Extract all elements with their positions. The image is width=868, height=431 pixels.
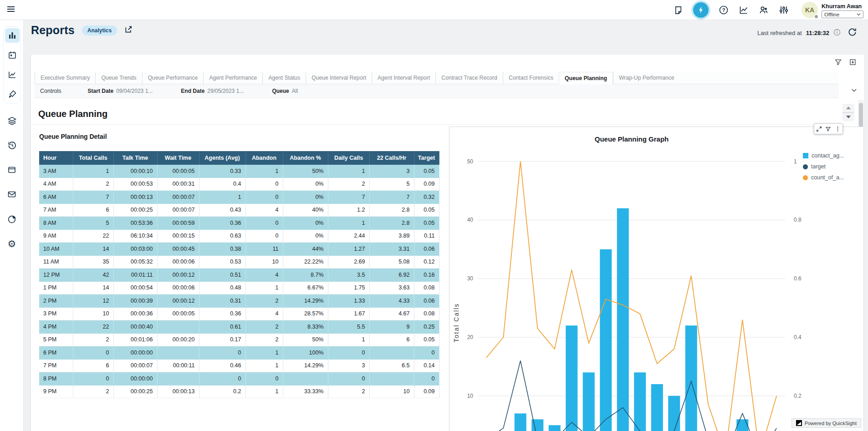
table-row: 4 AM200:00:5300:00:310.400%250.09 [39, 177, 439, 191]
table-row: 7 AM600:00:2500:00:070.43440%1.22.80.05 [39, 203, 439, 217]
tab-executive-summary[interactable]: Executive Summary [35, 72, 95, 84]
column-header[interactable]: 22 Calls/Hr [369, 152, 414, 165]
column-header[interactable]: Wait Time [157, 152, 199, 165]
note-icon[interactable] [673, 5, 683, 15]
filter-icon[interactable] [825, 126, 832, 132]
tab-queue-performance[interactable]: Queue Performance [142, 72, 204, 84]
table-cell: 00:00:36 [113, 307, 157, 320]
tab-queue-trends[interactable]: Queue Trends [95, 72, 142, 84]
metrics-icon[interactable] [739, 5, 749, 15]
control-start-date[interactable]: Start Date 09/04/2023 1... [88, 88, 153, 94]
table-cell: 0.51 [199, 269, 245, 282]
history-icon[interactable] [5, 138, 19, 152]
info-icon[interactable] [833, 29, 841, 37]
column-header[interactable]: Total Calls [73, 152, 113, 165]
legend-item-contact-ag-[interactable]: contact_ag... [803, 152, 844, 159]
refresh-icon[interactable] [848, 27, 857, 38]
column-header[interactable]: Target [414, 152, 439, 165]
chart-panel: Queue Planning Graph 100.2200.4300.6400.… [449, 127, 864, 431]
top-bar: ? KA Khurram Awan Offline [0, 0, 868, 20]
table-cell: 0.53 [199, 255, 245, 269]
scroll-up-button[interactable] [842, 104, 854, 113]
users-icon[interactable] [759, 5, 769, 15]
chevron-down-icon[interactable] [850, 86, 858, 96]
expand-icon[interactable] [816, 126, 822, 132]
tab-agent-performance[interactable]: Agent Performance [203, 72, 262, 84]
layers-icon[interactable] [5, 113, 19, 128]
pie-chart-icon[interactable] [5, 212, 19, 226]
filter-icon[interactable] [833, 57, 842, 66]
mail-icon[interactable] [5, 187, 19, 202]
kebab-menu-icon[interactable] [834, 126, 841, 132]
table-cell: 00:03:00 [113, 243, 157, 256]
legend-item-count-of-a-[interactable]: count_of_a... [803, 174, 844, 181]
table-cell: 00:00:15 [157, 229, 199, 243]
table-cell: 0.17 [199, 333, 245, 346]
table-cell: 0 [245, 372, 283, 385]
gear-icon[interactable]: ⚙ [5, 236, 19, 251]
export-icon[interactable] [848, 57, 857, 66]
scroll-down-button[interactable] [842, 113, 854, 122]
tab-contact-forensics[interactable]: Contact Forensics [503, 72, 559, 84]
column-header[interactable]: Agents (Avg) [199, 152, 245, 165]
table-row: 3 PM1000:00:3600:00:050.36428.57%1.674.6… [39, 307, 439, 320]
control-queue[interactable]: Queue All [272, 88, 298, 94]
tab-agent-status[interactable]: Agent Status [262, 72, 306, 84]
table-cell: 1 [245, 359, 283, 372]
table-cell: 1.67 [328, 307, 369, 320]
table-cell [157, 320, 199, 334]
table-row: 8 AM500:53:3600:00:590.3600%12.80.05 [39, 217, 439, 230]
tab-queue-interval-report[interactable]: Queue Interval Report [306, 72, 372, 84]
design-icon[interactable] [5, 87, 20, 101]
svg-text:?: ? [722, 7, 725, 13]
table-cell: 2 [73, 177, 113, 191]
equalizer-icon[interactable] [779, 5, 789, 15]
table-cell: 0.61 [199, 320, 245, 334]
tab-queue-planning[interactable]: Queue Planning [559, 72, 613, 84]
table-header-row: HourTotal CallsTalk TimeWait TimeAgents … [39, 152, 439, 165]
help-icon[interactable]: ? [719, 5, 729, 15]
column-header[interactable]: Abandon [245, 152, 283, 165]
powered-by-quicksight[interactable]: Powered by QuickSight [791, 418, 861, 428]
column-header[interactable]: Talk Time [113, 152, 157, 165]
tab-contract-trace-record[interactable]: Contract Trace Record [435, 72, 503, 84]
table-cell: 00:00:53 [113, 177, 157, 191]
column-header[interactable]: Abandon % [283, 152, 328, 165]
table-cell: 4 PM [39, 320, 73, 334]
table-cell: 1 [73, 165, 113, 178]
bar-chart-icon[interactable] [5, 28, 20, 43]
bar-10-am [583, 372, 595, 431]
table-cell: 4 [245, 269, 283, 282]
trend-icon[interactable] [5, 67, 20, 82]
table-cell: 4 AM [39, 177, 73, 191]
legend-label: count_of_a... [811, 174, 844, 181]
table-row: 12 PM4200:01:1100:00:120.5148.7%3.56.920… [39, 269, 439, 282]
table-cell: 10 AM [39, 243, 73, 256]
legend-item-target[interactable]: target [803, 163, 844, 170]
window-icon[interactable] [5, 162, 19, 177]
column-header[interactable]: Daily Calls [328, 152, 369, 165]
column-header[interactable]: Hour [39, 152, 73, 165]
avatar[interactable]: KA [802, 2, 818, 18]
table-cell: 1.27 [328, 243, 369, 256]
calendar-icon[interactable] [5, 48, 20, 62]
table-cell: 3.63 [369, 281, 414, 294]
flash-icon[interactable] [693, 2, 709, 18]
table-cell: 0 [199, 372, 245, 385]
menu-icon[interactable] [6, 5, 15, 15]
tab-wrap-up-performance[interactable]: Wrap-Up Performance [613, 72, 680, 84]
tab-agent-interval-report[interactable]: Agent Interval Report [372, 72, 435, 84]
table-cell: 5 PM [39, 333, 73, 346]
table-cell: 3.5 [328, 269, 369, 282]
table-cell: 2.8 [369, 217, 414, 230]
table-cell: 06:10:34 [113, 229, 157, 243]
status-select[interactable]: Offline [822, 10, 863, 18]
chart-title: Queue Planning Graph [449, 135, 814, 143]
table-cell: 0.11 [414, 229, 439, 243]
bar-4-pm [685, 325, 697, 431]
svg-text:0.6: 0.6 [794, 275, 802, 282]
table-cell: 3 AM [39, 165, 73, 178]
external-link-icon[interactable] [124, 25, 133, 35]
table-cell: 00:00:00 [113, 372, 157, 385]
control-end-date[interactable]: End Date 29/05/2023 1... [181, 88, 244, 94]
